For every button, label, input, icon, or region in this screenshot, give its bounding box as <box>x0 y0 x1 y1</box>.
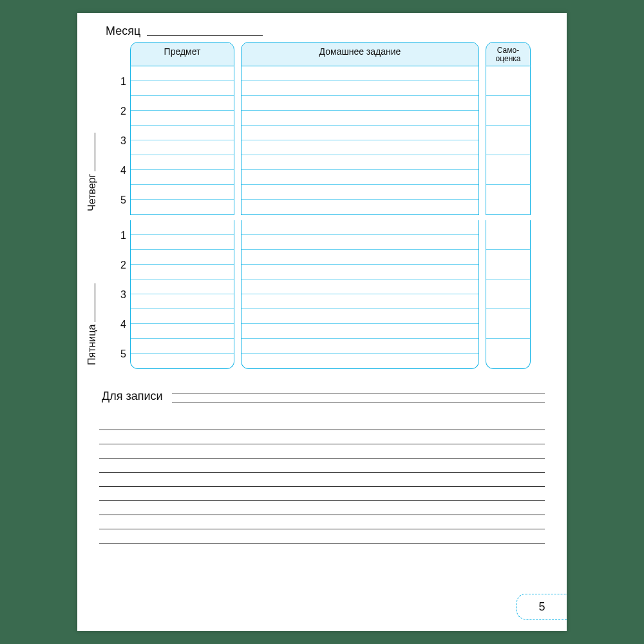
row-number: 3 <box>99 126 126 156</box>
subject-column-thursday[interactable] <box>130 66 234 215</box>
page-number: 5 <box>538 600 545 614</box>
diary-page: Месяц Предмет Домашнее задание Само- оце… <box>77 13 567 631</box>
month-blank-line[interactable] <box>147 35 263 36</box>
row-number: 5 <box>99 339 126 369</box>
row-number: 3 <box>99 280 126 310</box>
day-name-thursday: Четверг <box>86 133 98 211</box>
selfgrade-column-thursday[interactable] <box>486 66 531 215</box>
day-name-friday: Пятница <box>86 283 98 365</box>
row-number: 5 <box>99 185 126 215</box>
header-subject: Предмет <box>130 42 234 66</box>
diary-grid: Предмет Домашнее задание Само- оценка Че… <box>99 42 545 369</box>
month-label: Месяц <box>106 24 140 38</box>
header-homework: Домашнее задание <box>241 42 479 66</box>
row-number: 1 <box>99 221 126 251</box>
subject-column-friday[interactable] <box>130 220 234 369</box>
notes-section: Для записи <box>99 390 545 544</box>
notes-lines[interactable] <box>99 416 545 544</box>
homework-column-thursday[interactable] <box>241 66 479 215</box>
selfgrade-column-friday[interactable] <box>486 220 531 369</box>
row-number: 2 <box>99 251 126 280</box>
month-row: Месяц <box>106 24 545 38</box>
row-number: 4 <box>99 156 126 185</box>
page-number-tab: 5 <box>516 594 567 620</box>
notes-head-lines[interactable] <box>172 393 545 403</box>
row-number: 2 <box>99 97 126 126</box>
notes-label: Для записи <box>102 390 163 403</box>
homework-column-friday[interactable] <box>241 220 479 369</box>
row-number: 4 <box>99 310 126 339</box>
header-self-grade: Само- оценка <box>486 42 531 66</box>
row-number: 1 <box>99 67 126 97</box>
day-label-col-friday: Пятница 1 2 3 4 5 <box>99 220 130 369</box>
day-label-col-thursday: Четверг 1 2 3 4 5 <box>99 66 130 215</box>
